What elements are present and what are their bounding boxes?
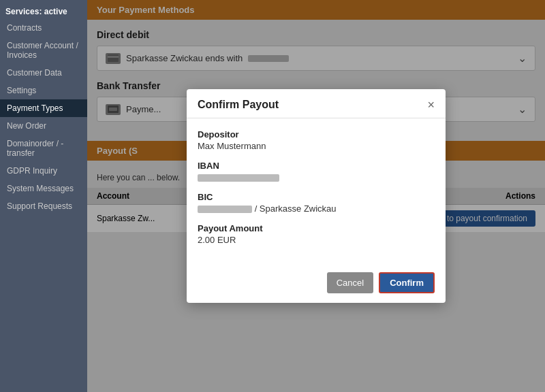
- sidebar-item-customer-data[interactable]: Customer Data: [0, 64, 87, 82]
- iban-masked: [198, 174, 279, 182]
- sidebar: Services: active Contracts Customer Acco…: [0, 0, 87, 392]
- cancel-button[interactable]: Cancel: [327, 272, 373, 293]
- bic-masked: [198, 206, 252, 213]
- payout-amount-value: 2.00 EUR: [198, 235, 435, 245]
- iban-field: IBAN: [198, 161, 435, 182]
- modal-overlay: Confirm Payout × Depositor Max Musterman…: [87, 0, 545, 392]
- sidebar-item-payment-types[interactable]: Payment Types: [0, 99, 87, 117]
- modal-close-button[interactable]: ×: [427, 99, 435, 111]
- sidebar-item-support[interactable]: Support Requests: [0, 197, 87, 215]
- modal-body: Depositor Max Mustermann IBAN BIC / Spar…: [187, 118, 446, 265]
- modal-title: Confirm Payout: [198, 99, 279, 111]
- bic-label: BIC: [198, 192, 435, 202]
- payout-amount-label: Payout Amount: [198, 223, 435, 233]
- main-content: Your Payment Methods Direct debit Sparka…: [87, 0, 545, 392]
- confirm-payout-modal: Confirm Payout × Depositor Max Musterman…: [187, 89, 446, 303]
- modal-header: Confirm Payout ×: [187, 89, 446, 118]
- sidebar-item-settings[interactable]: Settings: [0, 82, 87, 99]
- iban-label: IBAN: [198, 161, 435, 171]
- sidebar-section-label: Services: active: [0, 3, 87, 19]
- sidebar-item-invoices[interactable]: Customer Account / Invoices: [0, 37, 87, 64]
- sidebar-item-contracts[interactable]: Contracts: [0, 19, 87, 37]
- bic-suffix: / Sparkasse Zwickau: [255, 203, 337, 214]
- modal-footer: Cancel Confirm: [187, 265, 446, 303]
- depositor-value: Max Mustermann: [198, 141, 435, 151]
- bic-value: / Sparkasse Zwickau: [198, 203, 435, 214]
- payout-amount-field: Payout Amount 2.00 EUR: [198, 223, 435, 245]
- confirm-button[interactable]: Confirm: [379, 272, 435, 293]
- bic-field: BIC / Sparkasse Zwickau: [198, 192, 435, 214]
- iban-value: [198, 172, 435, 182]
- depositor-field: Depositor Max Mustermann: [198, 129, 435, 151]
- sidebar-item-new-order[interactable]: New Order: [0, 117, 87, 135]
- depositor-label: Depositor: [198, 129, 435, 140]
- sidebar-item-system-messages[interactable]: System Messages: [0, 180, 87, 197]
- sidebar-item-gdpr[interactable]: GDPR Inquiry: [0, 162, 87, 180]
- sidebar-item-domain-order[interactable]: Domainorder / -transfer: [0, 135, 87, 162]
